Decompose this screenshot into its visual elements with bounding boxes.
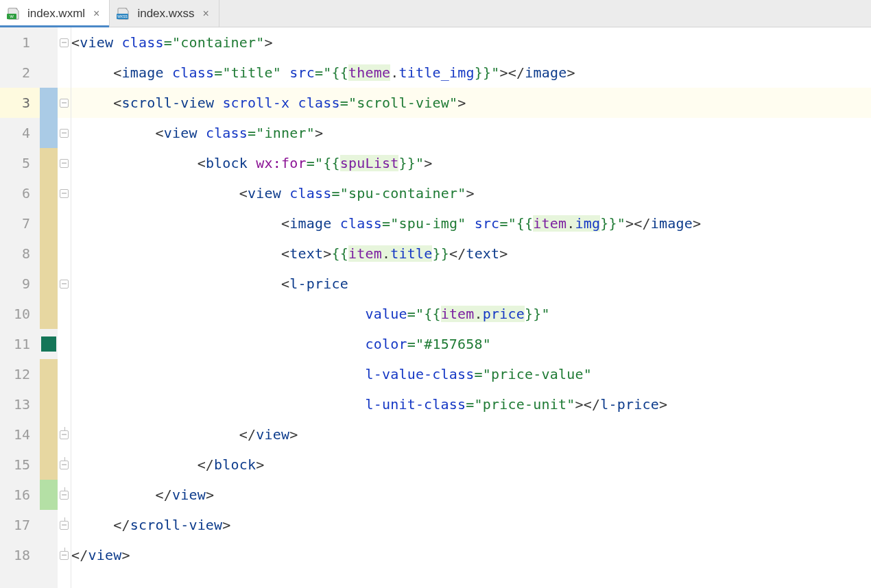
code-line[interactable]: </block> xyxy=(71,450,871,480)
fold-end[interactable] xyxy=(58,540,71,570)
fold-toggle-open[interactable] xyxy=(58,178,71,208)
code-line[interactable]: color="#157658" xyxy=(71,329,871,359)
line-number[interactable]: 11 xyxy=(0,329,40,359)
change-marker xyxy=(40,329,58,359)
fold-toggle-open[interactable] xyxy=(58,148,71,178)
code-line[interactable]: </scroll-view> xyxy=(71,510,871,540)
change-marker xyxy=(40,389,58,419)
change-marker xyxy=(40,208,58,238)
line-number[interactable]: 14 xyxy=(0,419,40,450)
code-line[interactable]: </view> xyxy=(71,419,871,450)
fold-spacer xyxy=(58,238,71,269)
fold-toggle-open[interactable] xyxy=(58,118,71,148)
fold-spacer xyxy=(58,208,71,238)
tab-index-wxml[interactable]: W index.wxml × xyxy=(0,0,110,27)
change-marker xyxy=(40,58,58,88)
fold-end[interactable] xyxy=(58,450,71,480)
code-line[interactable]: <text>{{item.title}}</text> xyxy=(71,238,871,269)
close-icon[interactable]: × xyxy=(91,8,102,20)
fold-gutter[interactable] xyxy=(58,27,71,588)
svg-text:W: W xyxy=(10,14,14,19)
code-line[interactable]: <block wx:for="{{spuList}}"> xyxy=(71,148,871,178)
change-marker xyxy=(40,299,58,329)
change-marker xyxy=(40,450,58,480)
code-line[interactable]: </view> xyxy=(71,480,871,510)
fold-toggle-open[interactable] xyxy=(58,269,71,299)
change-marker xyxy=(40,269,58,299)
line-number[interactable]: 15 xyxy=(0,450,40,480)
tab-bar: W index.wxml × WXSS index.wxss × xyxy=(0,0,871,27)
change-marker xyxy=(40,510,58,540)
change-marker xyxy=(40,27,58,58)
code-line[interactable]: </view> xyxy=(71,540,871,570)
line-number[interactable]: 3 xyxy=(0,88,40,118)
change-marker xyxy=(40,419,58,450)
change-marker-gutter xyxy=(40,27,58,588)
svg-text:WXSS: WXSS xyxy=(118,14,128,19)
code-line[interactable]: <view class="inner"> xyxy=(71,118,871,148)
code-line[interactable]: <view class="container"> xyxy=(71,27,871,58)
line-number[interactable]: 7 xyxy=(0,208,40,238)
line-number[interactable]: 2 xyxy=(0,58,40,88)
fold-end[interactable] xyxy=(58,510,71,540)
fold-spacer xyxy=(58,58,71,88)
line-number[interactable]: 1 xyxy=(0,27,40,58)
change-marker xyxy=(40,118,58,148)
line-number[interactable]: 9 xyxy=(0,269,40,299)
line-number[interactable]: 8 xyxy=(0,238,40,269)
line-number-gutter[interactable]: 123456789101112131415161718 xyxy=(0,27,40,588)
line-number[interactable]: 6 xyxy=(0,178,40,208)
line-number[interactable]: 4 xyxy=(0,118,40,148)
line-number[interactable]: 17 xyxy=(0,510,40,540)
change-marker xyxy=(40,540,58,570)
fold-end[interactable] xyxy=(58,419,71,450)
fold-toggle-open[interactable] xyxy=(58,27,71,58)
tab-label: index.wxss xyxy=(137,7,194,21)
change-marker xyxy=(40,178,58,208)
change-marker xyxy=(40,480,58,510)
line-number[interactable]: 13 xyxy=(0,389,40,419)
change-marker xyxy=(40,88,58,118)
code-line[interactable]: <scroll-view scroll-x class="scroll-view… xyxy=(71,88,871,118)
code-line[interactable]: value="{{item.price}}" xyxy=(71,299,871,329)
change-marker xyxy=(40,148,58,178)
line-number[interactable]: 16 xyxy=(0,480,40,510)
fold-spacer xyxy=(58,299,71,329)
line-number[interactable]: 18 xyxy=(0,540,40,570)
line-number[interactable]: 5 xyxy=(0,148,40,178)
code-line[interactable]: <view class="spu-container"> xyxy=(71,178,871,208)
wxml-file-icon: W xyxy=(7,8,22,20)
line-number[interactable]: 10 xyxy=(0,299,40,329)
line-number[interactable]: 12 xyxy=(0,359,40,389)
close-icon[interactable]: × xyxy=(200,8,212,20)
code-line[interactable]: l-value-class="price-value" xyxy=(71,359,871,389)
code-line[interactable]: <image class="title" src="{{theme.title_… xyxy=(71,58,871,88)
tab-label: index.wxml xyxy=(27,7,85,21)
fold-spacer xyxy=(58,389,71,419)
tab-index-wxss[interactable]: WXSS index.wxss × xyxy=(110,0,219,27)
change-marker xyxy=(40,359,58,389)
code-line[interactable]: l-unit-class="price-unit"></l-price> xyxy=(71,389,871,419)
change-marker xyxy=(40,238,58,269)
fold-end[interactable] xyxy=(58,480,71,510)
code-line[interactable]: <image class="spu-img" src="{{item.img}}… xyxy=(71,208,871,238)
code-area[interactable]: <view class="container"> <image class="t… xyxy=(71,27,871,588)
fold-spacer xyxy=(58,329,71,359)
fold-toggle-open[interactable] xyxy=(58,88,71,118)
fold-spacer xyxy=(58,359,71,389)
code-line[interactable]: <l-price xyxy=(71,269,871,299)
wxss-file-icon: WXSS xyxy=(117,8,132,20)
code-editor[interactable]: 123456789101112131415161718 <view class=… xyxy=(0,27,871,588)
